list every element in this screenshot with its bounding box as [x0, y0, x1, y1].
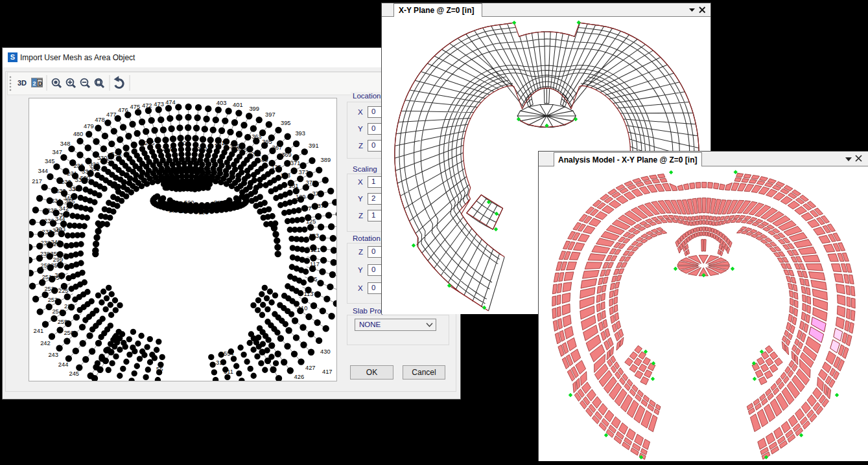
svg-text:110: 110: [298, 305, 308, 312]
svg-text:125: 125: [306, 218, 316, 225]
svg-text:217: 217: [32, 178, 42, 185]
svg-text:203: 203: [180, 140, 190, 146]
svg-text:55: 55: [156, 366, 163, 372]
svg-text:338: 338: [69, 186, 79, 192]
svg-text:377: 377: [312, 190, 322, 197]
svg-text:476: 476: [118, 107, 128, 113]
svg-text:241: 241: [34, 328, 44, 334]
svg-text:334: 334: [111, 151, 121, 157]
svg-text:336: 336: [75, 177, 86, 183]
svg-text:133: 133: [280, 172, 290, 179]
svg-text:480: 480: [73, 131, 84, 137]
svg-text:369: 369: [281, 152, 292, 158]
svg-text:395: 395: [281, 120, 291, 126]
svg-text:365: 365: [262, 139, 272, 145]
svg-text:226: 226: [64, 303, 75, 310]
svg-text:202: 202: [197, 146, 207, 152]
svg-text:474: 474: [165, 99, 176, 106]
svg-text:596: 596: [198, 209, 209, 216]
svg-text:354: 354: [53, 275, 63, 281]
svg-text:478: 478: [95, 117, 105, 123]
svg-text:256: 256: [64, 330, 74, 336]
svg-text:239: 239: [40, 251, 51, 257]
svg-text:3D: 3D: [18, 79, 27, 87]
svg-text:350: 350: [51, 251, 61, 257]
svg-text:123: 123: [309, 232, 320, 239]
svg-text:235: 235: [47, 207, 58, 214]
svg-text:310: 310: [216, 359, 226, 366]
svg-text:346: 346: [53, 227, 63, 234]
svg-text:2: 2: [33, 80, 36, 87]
svg-text:244: 244: [58, 361, 69, 368]
svg-text:583: 583: [214, 199, 224, 206]
svg-text:245: 245: [69, 370, 80, 377]
svg-text:417: 417: [322, 369, 333, 375]
svg-text:375: 375: [306, 179, 316, 186]
svg-text:253: 253: [48, 297, 58, 303]
svg-text:594: 594: [169, 207, 179, 214]
svg-text:251: 251: [42, 274, 53, 280]
svg-text:348: 348: [60, 141, 71, 147]
svg-text:391: 391: [309, 142, 319, 149]
svg-text:80: 80: [261, 157, 268, 163]
svg-text:371: 371: [290, 160, 301, 166]
svg-text:345: 345: [45, 158, 55, 164]
svg-text:299: 299: [53, 256, 64, 263]
svg-text:209: 209: [232, 146, 242, 152]
svg-text:311: 311: [224, 369, 233, 375]
svg-text:389: 389: [321, 157, 331, 163]
svg-text:113: 113: [304, 291, 314, 297]
svg-text:373: 373: [298, 169, 309, 176]
svg-text:250: 250: [41, 262, 51, 269]
svg-text:121: 121: [311, 247, 321, 253]
svg-text:344: 344: [38, 168, 49, 174]
svg-text:347: 347: [52, 149, 62, 155]
svg-text:477: 477: [106, 111, 117, 118]
svg-text:201: 201: [215, 140, 225, 146]
svg-text:588: 588: [233, 201, 244, 207]
svg-text:237: 237: [42, 229, 53, 235]
svg-text:479: 479: [84, 123, 94, 130]
svg-text:340: 340: [64, 195, 74, 201]
svg-text:344: 344: [55, 216, 65, 222]
svg-text:554: 554: [224, 350, 234, 357]
svg-text:261: 261: [251, 151, 261, 157]
svg-text:236: 236: [44, 218, 54, 224]
svg-text:127: 127: [301, 205, 312, 212]
svg-text:332: 332: [89, 161, 100, 168]
svg-text:554: 554: [159, 203, 170, 210]
svg-text:131: 131: [288, 183, 299, 189]
svg-text:115: 115: [308, 276, 318, 282]
svg-text:403: 403: [217, 100, 227, 106]
svg-text:473: 473: [154, 101, 164, 108]
svg-text:231: 231: [67, 170, 77, 177]
svg-text:205: 205: [145, 140, 155, 146]
svg-text:252: 252: [44, 286, 54, 292]
svg-text:472: 472: [142, 102, 152, 109]
svg-text:393: 393: [295, 130, 305, 137]
svg-text:233: 233: [56, 188, 66, 194]
svg-text:330: 330: [97, 155, 108, 161]
svg-text:342: 342: [59, 205, 69, 212]
svg-text:363: 363: [252, 133, 262, 140]
svg-text:243: 243: [48, 352, 58, 358]
svg-text:430: 430: [320, 348, 331, 355]
svg-text:242: 242: [40, 340, 51, 346]
svg-text:348: 348: [51, 239, 61, 245]
svg-text:D: D: [38, 80, 43, 87]
svg-text:593: 593: [180, 208, 191, 214]
svg-text:232: 232: [61, 179, 71, 185]
svg-text:475: 475: [130, 104, 141, 110]
svg-text:397: 397: [265, 111, 276, 118]
svg-text:352: 352: [51, 262, 61, 269]
svg-text:238: 238: [40, 240, 51, 246]
svg-text:129: 129: [296, 194, 306, 200]
svg-text:225: 225: [58, 288, 69, 294]
svg-text:597: 597: [214, 207, 224, 213]
svg-text:367: 367: [272, 144, 283, 151]
svg-text:254: 254: [52, 308, 62, 315]
svg-text:334: 334: [82, 168, 92, 175]
svg-text:590: 590: [184, 199, 194, 206]
svg-text:427: 427: [305, 365, 316, 371]
svg-text:204: 204: [162, 146, 172, 152]
